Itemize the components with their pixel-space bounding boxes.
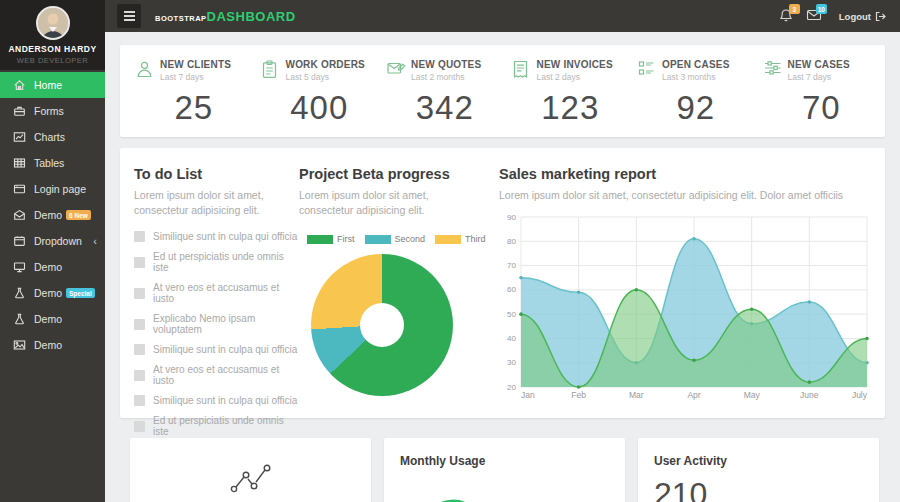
todo-checkbox[interactable] <box>134 288 145 299</box>
stat-label: NEW INVOICES <box>537 59 613 70</box>
desktop-icon <box>13 261 27 273</box>
stat-period: Last 5 days <box>286 72 365 82</box>
sidebar-item-label: Demo <box>34 209 62 221</box>
sidebar-item-demo[interactable]: Demo <box>0 254 105 280</box>
stat-value: 342 <box>387 89 503 127</box>
menu-toggle-button[interactable] <box>117 4 141 28</box>
stat-period: Last 2 days <box>537 72 613 82</box>
navbar-right: 3 10 Logout <box>779 8 886 24</box>
sidebar-item-demo[interactable]: DemoSpecial <box>0 280 105 306</box>
chevron-left-icon: ‹ <box>93 235 97 247</box>
svg-text:June: June <box>800 390 819 400</box>
todo-checkbox[interactable] <box>134 231 145 242</box>
todo-checkbox[interactable] <box>134 421 145 432</box>
checklist-icon <box>638 60 656 80</box>
stat-label: OPEN CASES <box>662 59 730 70</box>
sliders-icon <box>764 60 782 80</box>
sidebar-item-tables[interactable]: Tables <box>0 150 105 176</box>
sidebar-item-demo[interactable]: Demo <box>0 306 105 332</box>
todo-item: Ed ut perspiciatis unde omnis iste <box>134 251 299 273</box>
stat-value: 400 <box>262 89 378 127</box>
sidebar-item-label: Demo <box>34 261 62 273</box>
svg-text:July: July <box>852 390 868 400</box>
sidebar-item-charts[interactable]: Charts <box>0 124 105 150</box>
invoice-icon <box>513 60 531 80</box>
todo-item-label: Similique sunt in culpa qui officia <box>153 395 297 406</box>
sidebar-item-forms[interactable]: Forms <box>0 98 105 124</box>
profile-role: WEB DEVELOPER <box>0 56 105 65</box>
todo-checkbox[interactable] <box>134 319 145 330</box>
todo-checkbox[interactable] <box>134 370 145 381</box>
sidebar-item-badge: Special <box>66 288 95 298</box>
todo-item: Explicabo Nemo ipsam voluptatem <box>134 313 299 335</box>
envelope-open-icon <box>13 209 27 221</box>
todo-checkbox[interactable] <box>134 344 145 355</box>
sales-area-chart: 2030405060708090JanFebMarAprMayJuneJuly <box>499 211 871 403</box>
todo-item: Similique sunt in culpa qui officia <box>134 395 299 406</box>
stat-value: 123 <box>513 89 629 127</box>
logout-button[interactable]: Logout <box>839 11 886 22</box>
legend-item-first: First <box>307 234 359 244</box>
clipboard-icon <box>262 60 280 80</box>
sidebar-item-dropdown[interactable]: Dropdown‹ <box>0 228 105 254</box>
sales-report-subtitle: Lorem ipsum dolor sit amet, consectetur … <box>499 188 871 203</box>
sidebar-item-label: Demo <box>34 313 62 325</box>
todo-subtitle: Lorem ipsum dolor sit amet, consectetur … <box>134 188 299 218</box>
calendar-icon <box>13 235 27 247</box>
svg-text:50: 50 <box>507 310 516 319</box>
chart-image-icon <box>13 131 27 143</box>
sidebar-item-home[interactable]: Home <box>0 72 105 98</box>
svg-text:40: 40 <box>507 334 516 343</box>
notifications-bell-button[interactable]: 3 <box>779 8 797 24</box>
image-icon <box>13 339 27 351</box>
sidebar-item-label: Demo <box>34 339 62 351</box>
sales-report-title: Sales marketing report <box>499 166 871 182</box>
todo-item-label: Similique sunt in culpa qui officia <box>153 344 297 355</box>
todo-checkbox[interactable] <box>134 395 145 406</box>
todo-item-label: Ed ut perspiciatis unde omnis iste <box>153 251 299 273</box>
sidebar-item-demo[interactable]: Demo <box>0 332 105 358</box>
svg-text:80: 80 <box>507 237 516 246</box>
legend-label: First <box>337 234 355 244</box>
sidebar-item-label: Charts <box>34 131 65 143</box>
stat-new-clients: NEW CLIENTSLast 7 days25 <box>126 59 252 137</box>
brand-logo[interactable]: BOOTSTRAPDASHBOARD <box>155 9 296 24</box>
brand-main: DASHBOARD <box>207 9 296 24</box>
sidebar-item-demo[interactable]: Demo6 New <box>0 202 105 228</box>
legend-swatch <box>365 235 391 244</box>
sidebar-item-label: Forms <box>34 105 64 117</box>
user-activity-value: 210 <box>654 476 863 502</box>
home-icon <box>13 79 27 91</box>
messages-button[interactable]: 10 <box>806 8 824 24</box>
stat-label: WORK ORDERS <box>286 59 365 70</box>
main-content: NEW CLIENTSLast 7 days25WORK ORDERSLast … <box>105 32 900 502</box>
todo-title: To do List <box>134 166 299 182</box>
sidebar-item-badge: 6 New <box>66 210 91 220</box>
user-activity-card: User Activity 210 <box>638 438 879 502</box>
svg-text:20: 20 <box>507 383 516 392</box>
legend-label: Second <box>395 234 426 244</box>
profile-name: ANDERSON HARDY <box>0 44 105 54</box>
donut-chart <box>311 254 453 396</box>
sidebar: ANDERSON HARDY WEB DEVELOPER HomeFormsCh… <box>0 0 105 502</box>
stat-open-cases: OPEN CASESLast 3 months92 <box>628 59 754 137</box>
sidebar-menu: HomeFormsChartsTablesLogin pageDemo6 New… <box>0 72 105 358</box>
flask-icon <box>13 313 27 325</box>
legend-item-third: Third <box>435 234 490 244</box>
todo-section: To do List Lorem ipsum dolor sit amet, c… <box>134 166 299 418</box>
avatar[interactable] <box>36 6 70 40</box>
sidebar-item-login-page[interactable]: Login page <box>0 176 105 202</box>
table-icon <box>13 157 27 169</box>
sidebar-item-label: Home <box>34 79 62 91</box>
todo-item-label: Ed ut perspiciatis unde omnis iste <box>153 415 299 437</box>
svg-text:70: 70 <box>507 261 516 270</box>
user-activity-title: User Activity <box>654 454 863 468</box>
todo-item-label: At vero eos et accusamus et iusto <box>153 282 299 304</box>
flask-icon <box>13 287 27 299</box>
project-progress-title: Project Beta progress <box>299 166 475 182</box>
user-icon <box>136 60 154 80</box>
svg-text:30: 30 <box>507 358 516 367</box>
stat-value: 25 <box>136 89 252 127</box>
stat-period: Last 2 months <box>411 72 481 82</box>
todo-checkbox[interactable] <box>134 257 145 268</box>
